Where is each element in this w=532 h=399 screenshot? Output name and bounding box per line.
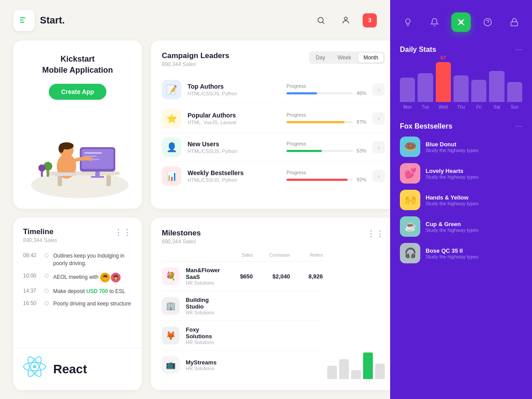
progress-bar-wrap: 53%: [286, 148, 366, 153]
tab-month[interactable]: Month: [358, 53, 383, 63]
bestseller-sub: Study the highway types: [426, 174, 478, 180]
milestone-sub: HR Solutions: [186, 310, 220, 315]
bestseller-item: 🙌 Hands & Yellow Study the highway types: [400, 190, 522, 210]
leader-name: Popular Authors: [188, 112, 280, 119]
svg-rect-14: [84, 152, 102, 154]
sidebar-nav-bell[interactable]: [425, 12, 444, 32]
leader-info: New Users HTML/CSS/JS, Python: [188, 141, 280, 154]
campaign-tabs: Day Week Month: [309, 51, 385, 64]
milestone-name: Man&Flower SaaS: [186, 267, 220, 280]
create-app-button[interactable]: Create App: [49, 84, 106, 100]
sidebar-nav-lightbulb[interactable]: [398, 12, 418, 32]
milestone-refers: 8,926: [296, 273, 323, 280]
campaign-subtitle: 890,344 Sales: [162, 61, 229, 67]
timeline-dot: [44, 289, 49, 293]
chart-bar: [351, 370, 361, 379]
timeline-dot: [44, 253, 49, 258]
fox-header: Fox Bestsellers ⋯: [400, 122, 522, 130]
tab-week[interactable]: Week: [332, 53, 356, 63]
milestones-subtitle: 890,344 Sales: [162, 239, 201, 245]
sidebar-nav-lock[interactable]: [505, 12, 524, 32]
svg-rect-13: [91, 176, 104, 178]
timeline-time: 08:42: [23, 252, 40, 267]
milestone-sub: HR Solutions: [186, 280, 220, 286]
milestones-list: Sales Comission Refers 💐 Man&Flower SaaS…: [162, 253, 323, 379]
progress-bar: [286, 150, 353, 152]
leader-arrow-button[interactable]: ›: [372, 141, 385, 153]
right-sidebar: Daily Stats ⋯ Mon Tue 57 Wed Thu Fri Sat…: [390, 0, 532, 399]
fox-items-list: 🍩 Blue Donut Study the highway types 💕 L…: [400, 137, 522, 263]
timeline-item: 16:50 Poorly driving and keep structure: [23, 297, 132, 310]
progress-bar-wrap: 92%: [286, 177, 366, 182]
bestseller-info: Lovely Hearts Study the highway types: [426, 168, 478, 180]
milestone-row: 📺 MyStreams HR Solutions: [162, 351, 323, 379]
sidebar-nav-fox[interactable]: [451, 12, 471, 32]
timeline-item: 08:42 Outlines keep you Indulging in poo…: [23, 250, 132, 270]
fox-options-icon[interactable]: ⋯: [515, 122, 522, 130]
user-icon[interactable]: [338, 12, 354, 28]
progress-pct: 46%: [356, 90, 366, 96]
timeline-info: Timeline 890,344 Sales: [23, 227, 57, 243]
milestone-name: MyStreams: [186, 359, 220, 366]
notification-badge[interactable]: 3: [363, 13, 377, 27]
chart-bar: [375, 364, 385, 379]
progress-bar: [286, 92, 353, 94]
milestone-icon: 🦊: [162, 327, 180, 344]
bar-day-label: Tue: [422, 105, 429, 110]
bar-visual: [436, 62, 451, 102]
bar-day-label: Fri: [476, 105, 481, 110]
milestone-row: 🦊 Foxy Solutions HR Solutions: [162, 321, 323, 351]
progress-fill: [286, 92, 317, 94]
fox-title: Fox Bestsellers: [400, 122, 452, 130]
milestones-content: Sales Comission Refers 💐 Man&Flower SaaS…: [162, 253, 385, 379]
col-comission-label: Comission: [259, 253, 290, 258]
timeline-options-icon[interactable]: ⋮⋮: [114, 227, 132, 237]
leader-name: Weekly Bestsellers: [188, 169, 280, 176]
milestones-card: Milestones 890,344 Sales ⋮⋮ Sales Comiss…: [151, 218, 396, 390]
timeline-subtitle: 890,344 Sales: [23, 237, 57, 243]
tab-day[interactable]: Day: [310, 53, 330, 63]
milestone-name: Building Studio: [186, 297, 220, 310]
timeline-time: 16:50: [23, 300, 40, 308]
bar-day-label: Thu: [457, 105, 465, 110]
leader-tags: HTML/CSS/JS, Python: [188, 177, 280, 183]
leader-arrow-button[interactable]: ›: [372, 112, 385, 125]
stats-options-icon[interactable]: ⋯: [515, 45, 522, 54]
bestseller-item: 🍩 Blue Donut Study the highway types: [400, 137, 522, 157]
leader-info: Top Authors HTML/CSS/JS, Python: [188, 83, 280, 96]
progress-fill: [286, 179, 348, 181]
progress-fill: [286, 150, 321, 152]
milestones-header: Milestones 890,344 Sales ⋮⋮: [162, 229, 385, 245]
sidebar-nav-help[interactable]: [478, 12, 497, 32]
progress-bar-wrap: 46%: [286, 90, 366, 96]
campaign-title: Campaign Leaders: [162, 51, 229, 60]
progress-fill: [286, 121, 344, 123]
milestones-list-header: Sales Comission Refers: [162, 253, 323, 262]
bestseller-name: Lovely Hearts: [426, 168, 478, 174]
timeline-title: Timeline: [23, 227, 57, 236]
leader-info: Popular Authors HTML, VueJS, Laravel: [188, 112, 280, 125]
bar-visual: [418, 73, 433, 102]
bestseller-info: Bose QC 35 II Study the highway types: [426, 247, 478, 259]
bar-visual: [507, 82, 522, 102]
react-badge: React: [13, 348, 142, 390]
bestseller-item: 🎧 Bose QC 35 II Study the highway types: [400, 243, 522, 263]
progress-section: Progress 46%: [286, 83, 366, 96]
fox-bestsellers-section: Fox Bestsellers ⋯ 🍩 Blue Donut Study the…: [400, 122, 522, 263]
svg-point-20: [59, 144, 64, 153]
bar-day-label: Sun: [511, 105, 519, 110]
bestseller-image: ☕: [400, 216, 420, 237]
svg-rect-33: [511, 22, 518, 26]
svg-point-6: [31, 172, 129, 198]
daily-bar-col: Thu: [454, 68, 469, 110]
leader-row: 👤 New Users HTML/CSS/JS, Python Progress…: [162, 133, 385, 162]
milestone-row: 💐 Man&Flower SaaS HR Solutions $650 $2,0…: [162, 262, 323, 291]
search-icon[interactable]: [313, 12, 329, 28]
leader-arrow-button[interactable]: ›: [372, 83, 385, 96]
progress-label: Progress: [286, 141, 366, 146]
bar-highlight-value: 57: [441, 55, 446, 60]
svg-rect-15: [84, 156, 97, 157]
progress-section: Progress 92%: [286, 170, 366, 182]
leader-arrow-button[interactable]: ›: [372, 170, 385, 182]
milestones-options-icon[interactable]: ⋮⋮: [367, 229, 385, 239]
